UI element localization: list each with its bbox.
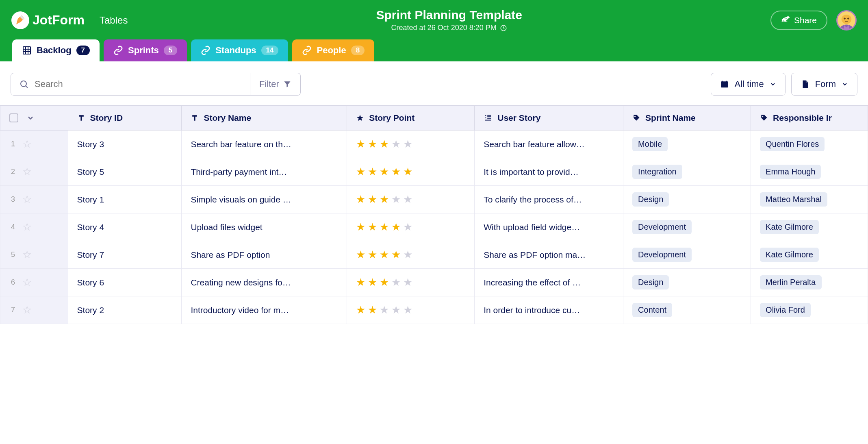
cell-responsible[interactable]: Quentin Flores bbox=[751, 131, 868, 158]
cell-sprint-name[interactable]: Development bbox=[623, 241, 751, 269]
cell-user-story[interactable]: Share as PDF option ma… bbox=[475, 241, 623, 269]
star-icon: ★ bbox=[356, 165, 365, 178]
cell-story-name[interactable]: Simple visuals on guide … bbox=[182, 186, 347, 213]
logo[interactable]: JotForm bbox=[11, 11, 85, 29]
cell-user-story[interactable]: Increasing the effect of … bbox=[475, 269, 623, 296]
cell-story-name[interactable]: Upload files widget bbox=[182, 213, 347, 241]
cell-sprint-name[interactable]: Integration bbox=[623, 158, 751, 186]
star-icon: ★ bbox=[368, 165, 377, 178]
cell-story-id[interactable]: Story 1 bbox=[68, 186, 182, 213]
row-index-cell: 2☆ bbox=[0, 158, 68, 186]
star-icon: ★ bbox=[356, 276, 365, 289]
table-row[interactable]: 5☆Story 7Share as PDF option★★★★★Share a… bbox=[0, 241, 868, 269]
col-sprint-name[interactable]: Sprint Name bbox=[623, 106, 751, 131]
cell-story-name[interactable]: Creating new designs fo… bbox=[182, 269, 347, 296]
cell-sprint-name[interactable]: Development bbox=[623, 213, 751, 241]
cell-user-story[interactable]: To clarify the process of… bbox=[475, 186, 623, 213]
select-all-checkbox[interactable] bbox=[9, 113, 18, 122]
cell-responsible[interactable]: Kate Gilmore bbox=[751, 213, 868, 241]
cell-story-point[interactable]: ★★★★★ bbox=[347, 213, 475, 241]
search-box[interactable] bbox=[11, 73, 250, 96]
cell-sprint-name[interactable]: Content bbox=[623, 296, 751, 324]
cell-sprint-name[interactable]: Design bbox=[623, 269, 751, 296]
cell-story-name[interactable]: Search bar feature on th… bbox=[182, 131, 347, 158]
all-time-button[interactable]: All time bbox=[711, 73, 786, 96]
form-button[interactable]: Form bbox=[791, 73, 857, 96]
star-icon: ★ bbox=[403, 248, 412, 261]
favorite-star-icon[interactable]: ☆ bbox=[22, 304, 32, 316]
tab-people[interactable]: People 8 bbox=[292, 39, 374, 61]
cell-responsible[interactable]: Emma Hough bbox=[751, 158, 868, 186]
cell-user-story[interactable]: With upload field widge… bbox=[475, 213, 623, 241]
favorite-star-icon[interactable]: ☆ bbox=[22, 276, 32, 289]
cell-story-id[interactable]: Story 6 bbox=[68, 269, 182, 296]
cell-story-name[interactable]: Third-party payment int… bbox=[182, 158, 347, 186]
cell-responsible[interactable]: Matteo Marshal bbox=[751, 186, 868, 213]
cell-story-id[interactable]: Story 4 bbox=[68, 213, 182, 241]
cell-story-point[interactable]: ★★★★★ bbox=[347, 241, 475, 269]
document-icon bbox=[801, 80, 809, 89]
cell-story-id[interactable]: Story 7 bbox=[68, 241, 182, 269]
svg-point-3 bbox=[844, 17, 845, 19]
star-icon: ★ bbox=[356, 221, 365, 233]
star-icon: ★ bbox=[368, 304, 377, 316]
grid-icon bbox=[22, 46, 32, 55]
col-story-point[interactable]: Story Point bbox=[347, 106, 475, 131]
favorite-star-icon[interactable]: ☆ bbox=[22, 193, 32, 206]
table-row[interactable]: 7☆Story 2Introductory video for m…★★★★★I… bbox=[0, 296, 868, 324]
cell-story-id[interactable]: Story 2 bbox=[68, 296, 182, 324]
favorite-star-icon[interactable]: ☆ bbox=[22, 248, 32, 261]
cell-story-point[interactable]: ★★★★★ bbox=[347, 186, 475, 213]
chevron-down-icon[interactable] bbox=[26, 114, 35, 122]
star-icon: ★ bbox=[356, 248, 365, 261]
col-user-story[interactable]: User Story bbox=[475, 106, 623, 131]
star-icon: ★ bbox=[380, 276, 389, 289]
avatar[interactable] bbox=[836, 10, 857, 30]
cell-user-story[interactable]: Search bar feature allow… bbox=[475, 131, 623, 158]
star-icon: ★ bbox=[391, 138, 401, 150]
cell-story-point[interactable]: ★★★★★ bbox=[347, 296, 475, 324]
tab-standups[interactable]: Standups 14 bbox=[191, 39, 288, 61]
sprint-tag: Development bbox=[632, 220, 692, 234]
svg-point-10 bbox=[762, 116, 763, 117]
star-icon: ★ bbox=[356, 193, 365, 206]
col-responsible[interactable]: Responsible Ir bbox=[751, 106, 868, 131]
cell-user-story[interactable]: In order to introduce cu… bbox=[475, 296, 623, 324]
cell-story-id[interactable]: Story 3 bbox=[68, 131, 182, 158]
cell-story-id[interactable]: Story 5 bbox=[68, 158, 182, 186]
favorite-star-icon[interactable]: ☆ bbox=[22, 138, 32, 150]
col-story-id[interactable]: Story ID bbox=[68, 106, 182, 131]
share-button[interactable]: Share bbox=[770, 11, 827, 30]
row-number: 6 bbox=[11, 278, 15, 287]
table-row[interactable]: 6☆Story 6Creating new designs fo…★★★★★In… bbox=[0, 269, 868, 296]
cell-story-point[interactable]: ★★★★★ bbox=[347, 158, 475, 186]
favorite-star-icon[interactable]: ☆ bbox=[22, 221, 32, 233]
star-icon: ★ bbox=[368, 221, 377, 233]
sprint-tag: Mobile bbox=[632, 137, 668, 151]
cell-story-point[interactable]: ★★★★★ bbox=[347, 269, 475, 296]
cell-sprint-name[interactable]: Design bbox=[623, 186, 751, 213]
tab-backlog[interactable]: Backlog 7 bbox=[12, 39, 100, 61]
table-row[interactable]: 4☆Story 4Upload files widget★★★★★With up… bbox=[0, 213, 868, 241]
cell-sprint-name[interactable]: Mobile bbox=[623, 131, 751, 158]
favorite-star-icon[interactable]: ☆ bbox=[22, 165, 32, 178]
filter-button[interactable]: Filter bbox=[250, 73, 301, 96]
sprint-tag: Design bbox=[632, 192, 669, 207]
tab-sprints[interactable]: Sprints 5 bbox=[104, 39, 187, 61]
cell-story-name[interactable]: Introductory video for m… bbox=[182, 296, 347, 324]
cell-story-name[interactable]: Share as PDF option bbox=[182, 241, 347, 269]
table-row[interactable]: 2☆Story 5Third-party payment int…★★★★★It… bbox=[0, 158, 868, 186]
cell-responsible[interactable]: Merlin Peralta bbox=[751, 269, 868, 296]
star-icon: ★ bbox=[368, 193, 377, 206]
search-input[interactable] bbox=[35, 79, 242, 89]
table-row[interactable]: 3☆Story 1Simple visuals on guide …★★★★★T… bbox=[0, 186, 868, 213]
table-row[interactable]: 1☆Story 3Search bar feature on th…★★★★★S… bbox=[0, 131, 868, 158]
col-story-name[interactable]: Story Name bbox=[182, 106, 347, 131]
cell-story-point[interactable]: ★★★★★ bbox=[347, 131, 475, 158]
cell-user-story[interactable]: It is important to provid… bbox=[475, 158, 623, 186]
cell-responsible[interactable]: Olivia Ford bbox=[751, 296, 868, 324]
divider bbox=[92, 13, 92, 27]
cell-responsible[interactable]: Kate Gilmore bbox=[751, 241, 868, 269]
share-icon bbox=[781, 16, 790, 25]
text-icon bbox=[77, 114, 85, 122]
